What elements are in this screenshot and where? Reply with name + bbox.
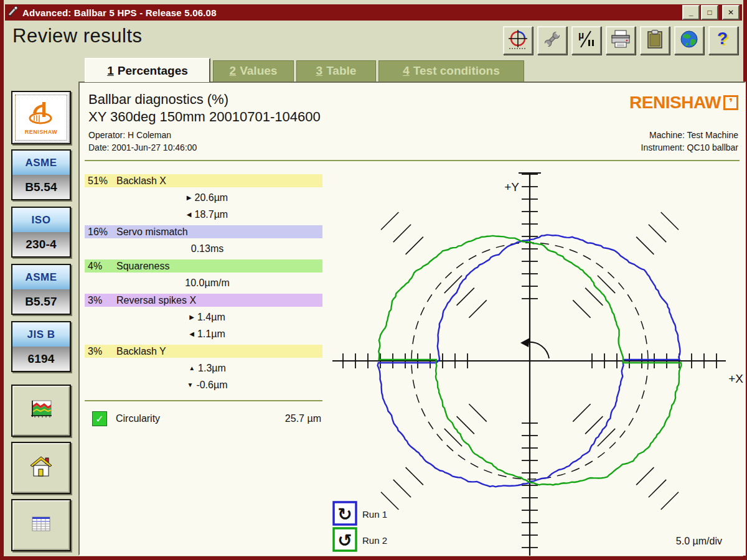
diagnostic-value: 10.0µm/m [85, 277, 322, 289]
circularity-label: Circularity [116, 413, 160, 424]
help-icon: ? ? [713, 29, 733, 52]
diagnostic-percent: 51% [85, 174, 116, 187]
diagnostic-value: ◀1.1µm [85, 328, 322, 340]
svg-text:µ: µ [578, 30, 584, 40]
run2-legend-label: Run 2 [362, 535, 387, 546]
direction-arrowhead [520, 338, 530, 347]
diagnostic-value: ▶1.4µm [85, 311, 322, 324]
chart-icon [29, 399, 53, 422]
standard-asme-b557-button[interactable]: ASME B5.57 [11, 264, 71, 315]
page-title: Review results [12, 25, 143, 47]
sidebar: RENISHAW ASME B5.54 ISO 230-4 ASME B5.57… [6, 87, 75, 554]
units-button[interactable]: µ [571, 26, 601, 55]
diagnostic-percent: 3% [85, 345, 116, 358]
circularity-row: ✓Circularity25.7 µm [85, 411, 322, 426]
diagnostic-value: ▼-0.6µm [85, 379, 322, 391]
report-subtitle: XY 360deg 150mm 20010701-104600 [88, 109, 321, 125]
tab-percentages[interactable]: 1Percentages [85, 58, 210, 82]
chart-view-button[interactable] [11, 385, 71, 437]
units-icon: µ [576, 29, 597, 52]
internet-button[interactable] [674, 26, 704, 55]
tab-test-conditions[interactable]: 4Test conditions [378, 60, 524, 82]
report-panel: Ballbar diagnostics (%) XY 360deg 150mm … [78, 82, 746, 556]
diagnostic-name: Backlash X [116, 174, 166, 187]
clipboard-button[interactable] [640, 26, 670, 55]
diagnostic-row: 3%Backlash Y [85, 345, 322, 358]
renishaw-logo-text: RENISHAW [25, 129, 58, 135]
x-axis-label: +X [728, 372, 743, 385]
diagnostic-row: 51%Backlash X [85, 174, 322, 187]
diagnostic-name: Squareness [116, 259, 169, 273]
run2-rotation-icon: ↺ [337, 531, 352, 550]
tab-values[interactable]: 2Values [213, 60, 294, 82]
maximize-button[interactable]: □ [701, 5, 718, 20]
standard-asme-b554-button[interactable]: ASME B5.54 [11, 149, 71, 200]
header-separator [85, 160, 740, 161]
renishaw-pictogram-icon [26, 101, 57, 128]
tab-table[interactable]: 3Table [296, 60, 376, 82]
diagnostic-value: 0.13ms [85, 243, 322, 255]
diagnostic-row: 16%Servo mismatch [85, 225, 322, 238]
table-view-button[interactable] [11, 499, 71, 551]
diagnostic-row: 4%Squareness [85, 259, 322, 273]
toolbar: µ [503, 26, 738, 55]
direction-right-icon: ▶ [187, 194, 192, 201]
diagnostic-value: ▶20.6µm [85, 192, 322, 204]
circularity-separator [85, 400, 322, 401]
diagnostic-name: Reversal spikes X [116, 294, 196, 307]
home-button[interactable] [11, 442, 71, 494]
diagnostic-value: ◀18.7µm [85, 208, 322, 221]
home-icon [29, 455, 54, 480]
wrench-icon [542, 29, 563, 52]
direction-left-icon: ◀ [187, 211, 192, 218]
report-operator: Operator: H Coleman [88, 130, 171, 140]
diagnostic-percent: 16% [85, 225, 116, 238]
app-window: Advanced: Ballbar 5 HPS - Release 5.06.0… [4, 0, 743, 556]
renishaw-brand-mark-icon: ❜ [723, 95, 738, 110]
ballbar-plot: +Y+X↻Run 1↺Run 25.0 µm/div [327, 165, 745, 556]
diagnostic-percent: 4% [85, 259, 116, 273]
standard-iso-230-4-button[interactable]: ISO 230-4 [11, 207, 71, 258]
diagnostics-list: 51%Backlash X▶20.6µm◀18.7µm16%Servo mism… [85, 170, 322, 426]
diagnostic-name: Backlash Y [116, 345, 166, 358]
direction-up-icon: ▲ [189, 365, 195, 371]
ballbar-plot-icon [507, 29, 529, 52]
svg-text:?: ? [717, 29, 728, 48]
close-button[interactable]: ✕ [722, 5, 740, 20]
printer-icon [610, 29, 631, 52]
direction-right-icon: ▶ [189, 314, 194, 320]
scale-label: 5.0 µm/div [676, 536, 722, 546]
diagnostic-percent: 3% [85, 294, 116, 307]
print-button[interactable] [606, 26, 636, 55]
renishaw-brand-text: RENISHAW [629, 93, 721, 113]
globe-icon [679, 29, 699, 52]
renishaw-brand: RENISHAW ❜ [629, 93, 738, 113]
titlebar: Advanced: Ballbar 5 HPS - Release 5.06.0… [5, 4, 742, 21]
report-date: Date: 2001-Jun-27 10:46:00 [88, 142, 197, 152]
report-instrument: Instrument: QC10 ballbar [641, 142, 738, 152]
standard-jis-b-6194-button[interactable]: JIS B 6194 [11, 321, 71, 372]
renishaw-logo-button[interactable]: RENISHAW [11, 91, 71, 144]
window-title: Advanced: Ballbar 5 HPS - Release 5.06.0… [22, 7, 217, 18]
direction-arrow-icon [528, 342, 549, 358]
report-machine: Machine: Test Machine [649, 130, 738, 140]
diagnostic-value: ▲1.3µm [85, 362, 322, 375]
direction-down-icon: ▼ [187, 381, 193, 388]
run1-rotation-icon: ↻ [337, 505, 352, 524]
diagnostic-row: 3%Reversal spikes X [85, 294, 322, 307]
ballbar-plot-button[interactable] [503, 26, 533, 55]
circularity-value: 25.7 µm [285, 413, 321, 424]
diagnostic-name: Servo mismatch [116, 225, 188, 238]
minimize-button[interactable]: _ [682, 5, 700, 20]
circularity-checkbox[interactable]: ✓ [92, 411, 107, 426]
run1-legend-label: Run 1 [362, 509, 387, 520]
report-title: Ballbar diagnostics (%) [88, 91, 228, 108]
table-icon [31, 516, 51, 534]
clipboard-icon [645, 29, 665, 52]
help-button[interactable]: ? ? [708, 26, 738, 55]
y-axis-label: +Y [504, 180, 519, 194]
setup-button[interactable] [537, 26, 567, 55]
legend: ↻Run 1↺Run 2 [334, 502, 387, 551]
direction-left-icon: ◀ [189, 330, 194, 337]
app-icon [7, 6, 19, 19]
